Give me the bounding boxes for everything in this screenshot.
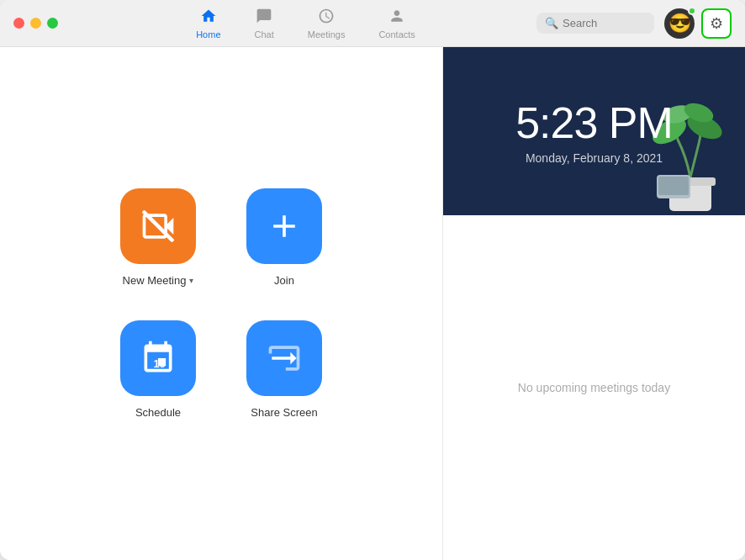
chat-icon xyxy=(256,8,272,27)
avatar[interactable]: 😎 xyxy=(664,8,695,39)
minimize-button[interactable] xyxy=(30,18,41,29)
schedule-label: Schedule xyxy=(135,406,181,419)
tab-meetings[interactable]: Meetings xyxy=(291,3,362,45)
tab-meetings-label: Meetings xyxy=(308,29,346,40)
schedule-item: 19 Schedule xyxy=(120,320,196,419)
online-badge xyxy=(688,7,696,15)
home-icon xyxy=(200,8,217,27)
join-label: Join xyxy=(274,274,294,287)
chevron-down-icon: ▾ xyxy=(189,276,193,285)
traffic-lights xyxy=(13,18,58,29)
svg-text:19: 19 xyxy=(154,357,166,370)
tab-chat[interactable]: Chat xyxy=(238,3,291,45)
svg-rect-9 xyxy=(658,177,689,195)
join-button[interactable] xyxy=(246,188,322,264)
settings-button[interactable]: ⚙ xyxy=(701,8,732,39)
new-meeting-label: New Meeting ▾ xyxy=(123,274,194,287)
close-button[interactable] xyxy=(13,18,24,29)
avatar-emoji: 😎 xyxy=(668,13,691,34)
join-item: Join xyxy=(246,188,322,287)
share-screen-button[interactable] xyxy=(246,320,322,396)
no-meetings-message: No upcoming meetings today xyxy=(518,381,670,394)
meetings-icon xyxy=(318,8,335,27)
main-content: New Meeting ▾ Join xyxy=(0,47,745,560)
gear-icon: ⚙ xyxy=(710,14,723,33)
tab-chat-label: Chat xyxy=(255,29,274,40)
left-panel: New Meeting ▾ Join xyxy=(0,47,442,560)
search-input[interactable] xyxy=(563,17,646,29)
right-panel: 5:23 PM Monday, February 8, 2021 No upco… xyxy=(442,47,745,560)
new-meeting-item: New Meeting ▾ xyxy=(120,188,196,287)
search-bar[interactable]: 🔍 xyxy=(536,13,654,34)
tab-home-label: Home xyxy=(196,29,220,40)
tab-contacts[interactable]: Contacts xyxy=(362,3,431,45)
action-grid: New Meeting ▾ Join xyxy=(120,188,322,419)
tab-home[interactable]: Home xyxy=(179,3,237,45)
share-screen-label: Share Screen xyxy=(251,406,318,419)
clock-time: 5:23 PM xyxy=(515,98,673,148)
clock-widget: 5:23 PM Monday, February 8, 2021 xyxy=(443,47,745,215)
share-screen-item: Share Screen xyxy=(246,320,322,419)
app-window: Home Chat Meetings xyxy=(0,0,745,560)
tab-contacts-label: Contacts xyxy=(378,29,415,40)
meetings-section: No upcoming meetings today xyxy=(443,215,745,560)
clock-date: Monday, February 8, 2021 xyxy=(526,151,663,165)
schedule-button[interactable]: 19 xyxy=(120,320,196,396)
maximize-button[interactable] xyxy=(47,18,58,29)
contacts-icon xyxy=(388,8,405,27)
nav-tabs: Home Chat Meetings xyxy=(75,3,536,45)
search-icon: 🔍 xyxy=(545,17,558,29)
titlebar: Home Chat Meetings xyxy=(0,0,745,47)
new-meeting-button[interactable] xyxy=(120,188,196,264)
